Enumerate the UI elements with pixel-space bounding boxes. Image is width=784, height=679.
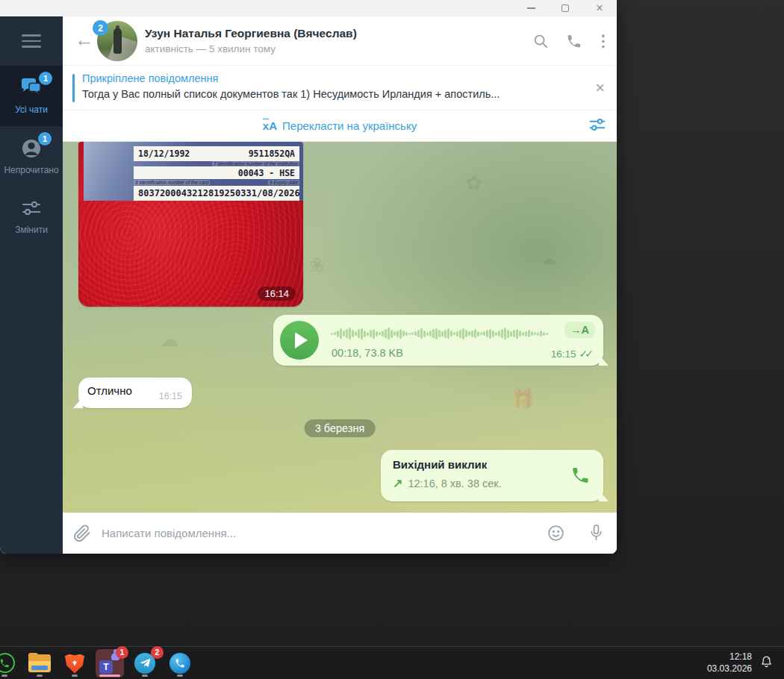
pattern-doodle: 🎁 [511, 388, 535, 411]
chat-title-block[interactable]: Узун Наталья Георгиевна (Вячеслав) актив… [145, 27, 357, 54]
filter-sliders-icon [588, 117, 606, 132]
pinned-title: Прикріплене повідомлення [82, 72, 584, 84]
window-maximize-button[interactable] [548, 0, 582, 16]
call-phone-button[interactable] [570, 466, 590, 488]
message-input[interactable] [102, 527, 536, 539]
brave-icon [65, 653, 84, 674]
voice-duration-size: 00:18, 73.8 KB [332, 347, 403, 359]
pinned-accent-line [72, 74, 75, 102]
chat-status: активність — 5 хвилин тому [145, 43, 357, 54]
emoji-button[interactable] [536, 513, 575, 554]
taskbar-app-telegram[interactable]: 2 [131, 649, 159, 678]
call-button[interactable] [557, 25, 590, 57]
running-indicator [177, 675, 183, 677]
card-label-institution: 7 Identification number of the instituti… [212, 161, 299, 166]
chat-header: ← 2 Узун Наталья Георгиевна (Вячеслав) а… [63, 16, 617, 66]
card-ppsn: 9511852QA [249, 148, 295, 159]
play-button[interactable] [280, 321, 319, 360]
phone-icon [566, 34, 582, 49]
whatsapp-icon [0, 653, 15, 673]
pattern-doodle: ☁ [160, 328, 179, 351]
sidebar-item-edit[interactable]: Змінити [0, 186, 63, 246]
hamburger-icon [22, 34, 41, 37]
svg-text:z: z [768, 656, 770, 660]
call-message[interactable]: Вихідний виклик ↗ 12:16, 8 хв. 38 сек. [381, 450, 603, 501]
all-chats-badge: 1 [39, 72, 52, 85]
translate-label: Перекласти на українську [282, 119, 417, 132]
attach-button[interactable] [63, 513, 102, 554]
message-time: 16:15 [159, 391, 182, 401]
translate-bar[interactable]: xA Перекласти на українську [63, 110, 617, 142]
minimize-icon [527, 7, 535, 9]
id-card-image: 18/12/1992 9511852QA 7 Identification nu… [78, 142, 303, 201]
running-indicator [72, 675, 78, 677]
phone-app-icon [169, 653, 190, 674]
do-not-disturb-bell-icon: z [759, 654, 774, 669]
paperclip-icon [73, 525, 91, 542]
taskbar-app-phone[interactable] [166, 649, 194, 678]
sidebar-item-label: Змінити [15, 225, 48, 237]
active-indicator [99, 675, 120, 677]
sidebar: 1 Усі чати 1 Непрочитано [0, 16, 63, 554]
folder-icon [28, 654, 51, 672]
emoji-icon [547, 524, 565, 542]
translate-icon: xA [263, 119, 277, 132]
main-menu-button[interactable] [0, 16, 63, 66]
pattern-doodle: ✿ [466, 172, 482, 195]
outgoing-call-arrow-icon: ↗ [393, 476, 402, 490]
notification-center-button[interactable]: z [759, 654, 774, 672]
window-titlebar[interactable]: × [0, 0, 617, 16]
taskbar-app-brave[interactable] [60, 649, 89, 678]
translate-settings-button[interactable] [588, 117, 606, 135]
telegram-notification-badge: 2 [151, 646, 164, 659]
pinned-close-button[interactable]: × [595, 78, 605, 98]
date-divider[interactable]: 3 березня [305, 419, 376, 437]
pattern-doodle: ❀ [309, 254, 326, 277]
sidebar-item-unread[interactable]: 1 Непрочитано [0, 126, 63, 187]
sidebar-item-label: Усі чати [15, 104, 48, 116]
card-number: 80372000432128192503 [138, 188, 246, 198]
voice-record-button[interactable] [575, 513, 617, 554]
card-expiry: 31/08/2026 [246, 188, 300, 198]
window-minimize-button[interactable] [514, 0, 548, 16]
chat-area[interactable]: ✿ ☂ ✎ 🎁 ❀ ☁ 18/12/1992 9511852QA [63, 142, 617, 513]
pinned-text: Тогда у Вас полный список документов так… [82, 88, 584, 100]
clock-time: 12:18 [707, 651, 752, 663]
voice-waveform[interactable] [331, 325, 555, 342]
voice-message: 00:18, 73.8 KB →A 16:15 ✓✓ [273, 315, 603, 366]
pinned-message-bar[interactable]: Прикріплене повідомлення Тогда у Вас пол… [63, 66, 617, 110]
call-title: Вихідний виклик [393, 458, 591, 471]
phone-icon [570, 466, 590, 485]
clock-date: 03.03.2026 [707, 663, 752, 675]
play-icon [295, 332, 308, 348]
taskbar-app-files[interactable] [25, 649, 54, 678]
call-details: 12:16, 8 хв. 38 сек. [408, 478, 501, 489]
transcribe-button[interactable]: →A [564, 322, 595, 338]
taskbar-app-whatsapp[interactable] [0, 649, 19, 678]
card-label-expiry: 9 Expiry date [268, 180, 299, 185]
running-indicator [37, 675, 43, 677]
card-label-number: 8 Identification number of the card [134, 180, 210, 185]
photo-message[interactable]: 18/12/1992 9511852QA 7 Identification nu… [78, 142, 303, 307]
search-button[interactable] [524, 25, 557, 57]
window-close-button[interactable]: × [582, 0, 617, 16]
chat-title: Узун Наталья Георгиевна (Вячеслав) [145, 27, 357, 40]
taskbar-app-teams[interactable]: T 1 [96, 649, 124, 678]
incoming-message[interactable]: Отлично 16:15 [78, 378, 192, 408]
message-time: 16:15 [551, 348, 576, 360]
message-time-badge: 16:14 [258, 287, 296, 301]
message-composer [63, 513, 617, 554]
card-institution: 00043 - HSE [238, 168, 295, 178]
taskbar-clock[interactable]: 12:18 03.03.2026 [707, 651, 752, 675]
running-indicator [1, 675, 7, 677]
more-menu-button[interactable]: ⋮ [590, 25, 617, 57]
message-text: Отлично [87, 384, 132, 397]
search-icon [532, 33, 549, 49]
taskbar: T 1 2 12:18 03.03.2026 [0, 646, 784, 679]
sliders-icon [21, 200, 42, 216]
running-indicator [142, 675, 148, 677]
back-button[interactable]: ← [75, 28, 94, 51]
pattern-doodle: ☂ [541, 254, 558, 277]
sidebar-item-all-chats[interactable]: 1 Усі чати [0, 66, 63, 126]
card-birthdate: 18/12/1992 [138, 148, 190, 159]
